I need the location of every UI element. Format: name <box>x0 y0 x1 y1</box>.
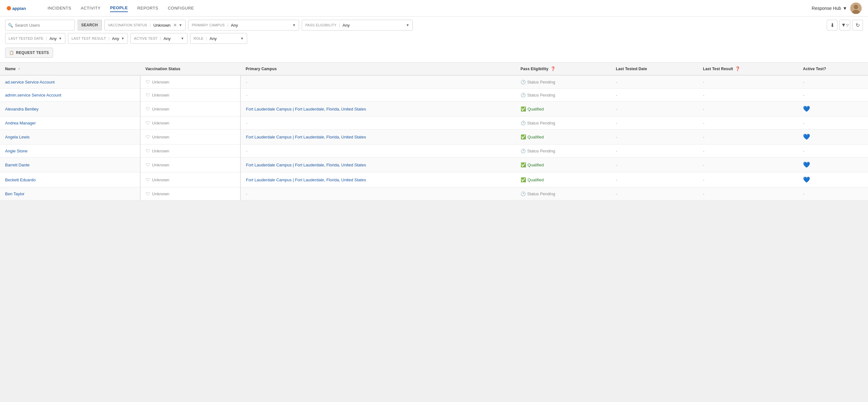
primary-campus-filter[interactable]: PRIMARY CAMPUS | Any ▼ <box>188 20 299 30</box>
heart-monitor-icon[interactable]: 💙 <box>803 134 810 140</box>
filter-button[interactable]: ▼ ▽ <box>839 20 850 30</box>
last-tested-cell: - <box>611 130 698 144</box>
response-hub-button[interactable]: Response Hub ▼ <box>812 6 847 11</box>
pass-eligibility-cell: ✅Qualified <box>516 157 611 172</box>
request-tests-button[interactable]: 📋 REQUEST TESTS <box>5 48 53 58</box>
person-name[interactable]: Angela Lewis <box>0 130 140 144</box>
person-name[interactable]: admin.service Service Account <box>0 89 140 102</box>
campus-cell[interactable]: Fort Lauderdale Campus | Fort Lauderdale… <box>241 157 515 172</box>
nav-activity[interactable]: ACTIVITY <box>81 4 101 12</box>
search-box[interactable]: 🔍 <box>5 20 75 30</box>
vaccination-status-cell: 🛡Unknown <box>140 117 241 130</box>
active-test-label: ACTIVE TEST <box>134 36 157 40</box>
vacc-status-value: Unknown <box>152 135 169 139</box>
vacc-status-value: Unknown <box>152 107 169 111</box>
person-name[interactable]: Barrett Dante <box>0 157 140 172</box>
primary-campus-value: Any <box>231 23 238 28</box>
refresh-button[interactable]: ↻ <box>852 20 863 30</box>
table-row: admin.service Service Account🛡Unknown-🕐S… <box>0 89 868 102</box>
request-tests-label: REQUEST TESTS <box>16 51 49 55</box>
filter-row-1: 🔍 SEARCH VACCINATION STATUS | Unknown ✕ … <box>5 20 863 30</box>
campus-cell: - <box>241 117 515 130</box>
primary-campus-label: PRIMARY CAMPUS <box>192 23 225 27</box>
heart-monitor-icon[interactable]: 💙 <box>803 177 810 183</box>
table-row: Beckett Eduardo🛡UnknownFort Lauderdale C… <box>0 172 868 188</box>
active-test-cell[interactable]: 💙 <box>798 157 868 172</box>
active-test-value: Any <box>163 36 170 41</box>
search-input[interactable] <box>15 23 72 28</box>
campus-cell[interactable]: Fort Lauderdale Campus | Fort Lauderdale… <box>241 172 515 188</box>
hub-chevron-icon: ▼ <box>843 6 847 11</box>
last-test-result-cell: - <box>698 157 798 172</box>
role-filter[interactable]: ROLE | Any ▼ <box>190 33 247 44</box>
pass-eligibility-value: Status Pending <box>527 80 555 84</box>
pass-eligibility-help-icon[interactable]: ❓ <box>551 66 556 71</box>
vaccination-status-cell: 🛡Unknown <box>140 130 241 144</box>
download-button[interactable]: ⬇ <box>827 20 838 30</box>
person-name[interactable]: Beckett Eduardo <box>0 172 140 188</box>
person-name[interactable]: Andrea Manager <box>0 117 140 130</box>
heart-monitor-icon[interactable]: 💙 <box>803 106 810 112</box>
active-test-cell[interactable]: 💙 <box>798 172 868 188</box>
pass-eligibility-filter[interactable]: PASS ELIGIBILITY | Any ▼ <box>302 20 413 30</box>
last-test-result-cell: - <box>698 102 798 117</box>
vaccination-status-cell: 🛡Unknown <box>140 102 241 117</box>
last-test-result-help-icon[interactable]: ❓ <box>735 66 740 71</box>
table-row: Barrett Dante🛡UnknownFort Lauderdale Cam… <box>0 157 868 172</box>
vacc-status-clear-icon[interactable]: ✕ <box>173 23 177 28</box>
nav-right: Response Hub ▼ <box>812 3 862 14</box>
pass-eligibility-value: Qualified <box>528 135 544 139</box>
last-test-result-cell: - <box>698 172 798 188</box>
nav-people[interactable]: PEOPLE <box>110 4 128 12</box>
shield-icon: 🛡 <box>146 92 150 97</box>
pass-eligibility-cell: 🕐Status Pending <box>516 75 611 89</box>
user-avatar[interactable] <box>850 3 862 14</box>
person-name[interactable]: ad.service Service Account <box>0 75 140 89</box>
shield-icon: 🛡 <box>146 79 150 84</box>
last-test-result-cell: - <box>698 75 798 89</box>
last-test-result-cell: - <box>698 144 798 157</box>
nav-configure[interactable]: CONFIGURE <box>168 4 194 12</box>
active-test-cell[interactable]: 💙 <box>798 102 868 117</box>
nav-reports[interactable]: REPORTS <box>137 4 158 12</box>
active-test-cell: - <box>798 144 868 157</box>
col-header-name[interactable]: Name ↑ <box>0 62 140 75</box>
last-test-result-filter[interactable]: LAST TEST RESULT | Any ▼ <box>68 33 128 44</box>
shield-icon: 🛡 <box>146 120 150 125</box>
last-tested-cell: - <box>611 144 698 157</box>
pass-eligibility-value: Qualified <box>528 163 544 167</box>
last-test-result-cell: - <box>698 130 798 144</box>
active-test-cell: - <box>798 89 868 102</box>
people-table-container: Name ↑ Vaccination Status Primary Campus… <box>0 62 868 200</box>
active-test-cell: - <box>798 117 868 130</box>
campus-cell[interactable]: Fort Lauderdale Campus | Fort Lauderdale… <box>241 102 515 117</box>
person-name[interactable]: Ben Taylor <box>0 188 140 200</box>
check-circle-icon: ✅ <box>521 106 526 111</box>
pass-eligibility-cell: 🕐Status Pending <box>516 117 611 130</box>
heart-monitor-icon[interactable]: 💙 <box>803 162 810 168</box>
campus-cell[interactable]: Fort Lauderdale Campus | Fort Lauderdale… <box>241 130 515 144</box>
last-test-result-chevron-icon: ▼ <box>121 36 124 40</box>
active-test-filter[interactable]: ACTIVE TEST | Any ▼ <box>130 33 187 44</box>
table-row: ad.service Service Account🛡Unknown-🕐Stat… <box>0 75 868 89</box>
col-header-last-test-result: Last Test Result ❓ <box>698 62 798 75</box>
nav-incidents[interactable]: INCIDENTS <box>48 4 71 12</box>
filter-row-2: LAST TESTED DATE | Any ▼ LAST TEST RESUL… <box>5 33 863 44</box>
last-tested-filter[interactable]: LAST TESTED DATE | Any ▼ <box>5 33 65 44</box>
col-header-active-test: Active Test? <box>798 62 868 75</box>
shield-icon: 🛡 <box>146 106 150 111</box>
vaccination-status-cell: 🛡Unknown <box>140 172 241 188</box>
person-name[interactable]: Alexandra Bentley <box>0 102 140 117</box>
vaccination-status-cell: 🛡Unknown <box>140 75 241 89</box>
pass-eligibility-chevron-icon: ▼ <box>406 23 410 27</box>
pass-eligibility-cell: 🕐Status Pending <box>516 144 611 157</box>
col-header-vacc-status: Vaccination Status <box>140 62 241 75</box>
active-test-cell[interactable]: 💙 <box>798 130 868 144</box>
table-row: Angie Stone🛡Unknown-🕐Status Pending--- <box>0 144 868 157</box>
role-value: Any <box>210 36 217 41</box>
appian-logo[interactable]: appian <box>6 3 32 13</box>
person-name[interactable]: Angie Stone <box>0 144 140 157</box>
col-last-tested-label: Last Tested Date <box>616 67 647 71</box>
vaccination-status-filter[interactable]: VACCINATION STATUS | Unknown ✕ ▼ <box>104 20 186 30</box>
search-button[interactable]: SEARCH <box>78 20 102 30</box>
